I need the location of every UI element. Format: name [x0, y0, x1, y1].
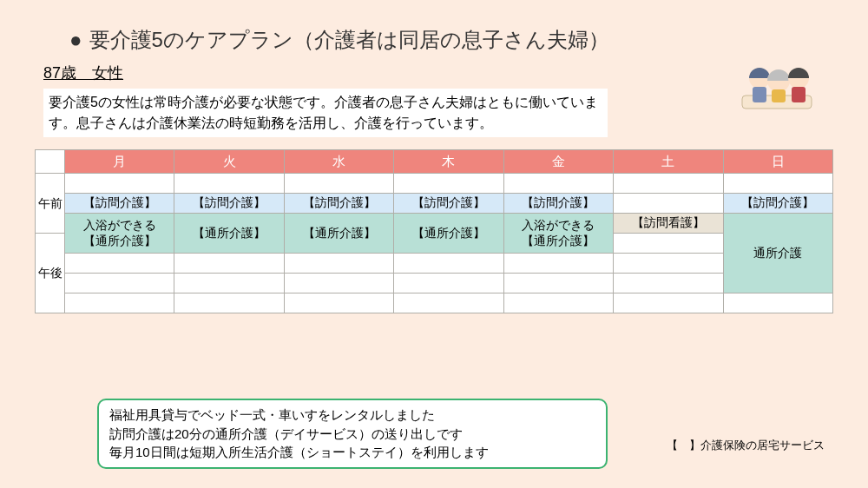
- slide: ● 要介護5のケアプラン（介護者は同居の息子さん夫婦） 87歳 女性 要介護5の…: [0, 0, 868, 488]
- day-wed: 水: [284, 150, 393, 174]
- svg-rect-4: [753, 87, 766, 102]
- day-mon: 月: [65, 150, 174, 174]
- cell-visit-nurse-sat: 【訪問看護】: [614, 214, 723, 234]
- bullet-icon: ●: [69, 28, 82, 52]
- svg-rect-5: [772, 89, 786, 102]
- cell-day-thu: 【通所介護】: [394, 214, 503, 254]
- family-illustration: [733, 48, 820, 113]
- description-text: 要介護5の女性は常時介護が必要な状態です。介護者の息子さん夫婦はともに働いていま…: [43, 89, 608, 137]
- cell-day-sun: 通所介護: [723, 214, 832, 293]
- day-fri: 金: [503, 150, 613, 174]
- table-header-row: 月 火 水 木 金 土 日: [36, 150, 833, 174]
- row-pm-2: [36, 254, 833, 274]
- row-visit-care: 【訪問介護】 【訪問介護】 【訪問介護】 【訪問介護】 【訪問介護】 【訪問介護…: [36, 194, 833, 214]
- cell-visit-fri: 【訪問介護】: [503, 194, 613, 214]
- label-am: 午前: [36, 174, 65, 234]
- cell-visit-wed: 【訪問介護】: [284, 194, 393, 214]
- notes-box: 福祉用具貸与でベッド一式・車いすをレンタルしました 訪問介護は20分の通所介護（…: [97, 399, 608, 469]
- slide-title-row: ● 要介護5のケアプラン（介護者は同居の息子さん夫婦）: [69, 26, 833, 54]
- legend-text: 【 】介護保険の居宅サービス: [667, 438, 825, 453]
- note-line-1: 福祉用具貸与でベッド一式・車いすをレンタルしました: [109, 406, 595, 425]
- row-am-3: 入浴ができる 【通所介護】 【通所介護】 【通所介護】 【通所介護】 入浴ができ…: [36, 214, 833, 234]
- cell-visit-thu: 【訪問介護】: [394, 194, 503, 214]
- label-pm: 午後: [36, 234, 65, 313]
- cell-day-fri: 入浴ができる 【通所介護】: [503, 214, 613, 254]
- cell-visit-tue: 【訪問介護】: [174, 194, 284, 214]
- corner-cell: [36, 150, 65, 174]
- day-sat: 土: [614, 150, 723, 174]
- row-am-blank: 午前: [36, 174, 833, 194]
- day-tue: 火: [174, 150, 284, 174]
- note-line-3: 毎月10日間は短期入所生活介護（ショートステイ）を利用します: [109, 443, 595, 462]
- day-thu: 木: [394, 150, 503, 174]
- cell-day-tue: 【通所介護】: [174, 214, 284, 254]
- row-pm-3: [36, 274, 833, 293]
- cell-visit-sun: 【訪問介護】: [723, 194, 832, 214]
- note-line-2: 訪問介護は20分の通所介護（デイサービス）の送り出しです: [109, 425, 595, 444]
- cell-visit-mon: 【訪問介護】: [65, 194, 174, 214]
- slide-title: 要介護5のケアプラン（介護者は同居の息子さん夫婦）: [89, 26, 609, 54]
- subject-line: 87歳 女性: [43, 63, 833, 83]
- cell-day-wed: 【通所介護】: [284, 214, 393, 254]
- schedule-table: 月 火 水 木 金 土 日 午前 【訪問介護】 【訪問介護】 【訪問介護】 【訪…: [35, 149, 833, 313]
- svg-rect-6: [792, 87, 806, 102]
- day-sun: 日: [723, 150, 832, 174]
- row-pm-4: [36, 293, 833, 313]
- cell-day-mon: 入浴ができる 【通所介護】: [65, 214, 174, 254]
